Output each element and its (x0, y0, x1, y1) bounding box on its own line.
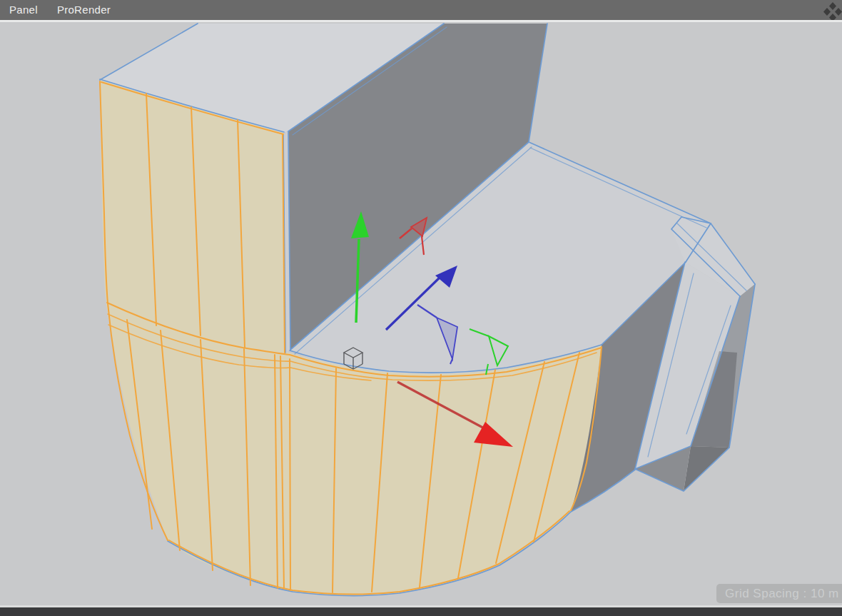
viewport-layout-toggle-icon[interactable] (821, 1, 842, 21)
diamond-top (829, 2, 836, 10)
viewport-canvas[interactable] (0, 22, 842, 605)
diamond-right (835, 8, 842, 16)
menu-item-prorender[interactable]: ProRender (57, 0, 111, 20)
diamond-left (823, 8, 831, 16)
bottom-bar (0, 607, 842, 616)
menu-item-panel[interactable]: Panel (9, 0, 38, 20)
menu-bar: Panel ProRender (0, 0, 842, 20)
grid-spacing-label: Grid Spacing : 10 m (725, 587, 839, 600)
model-mug[interactable] (100, 24, 755, 596)
grid-spacing-badge: Grid Spacing : 10 m (716, 584, 842, 603)
viewport-3d[interactable] (0, 22, 842, 605)
application-window: Panel ProRender (0, 0, 842, 616)
